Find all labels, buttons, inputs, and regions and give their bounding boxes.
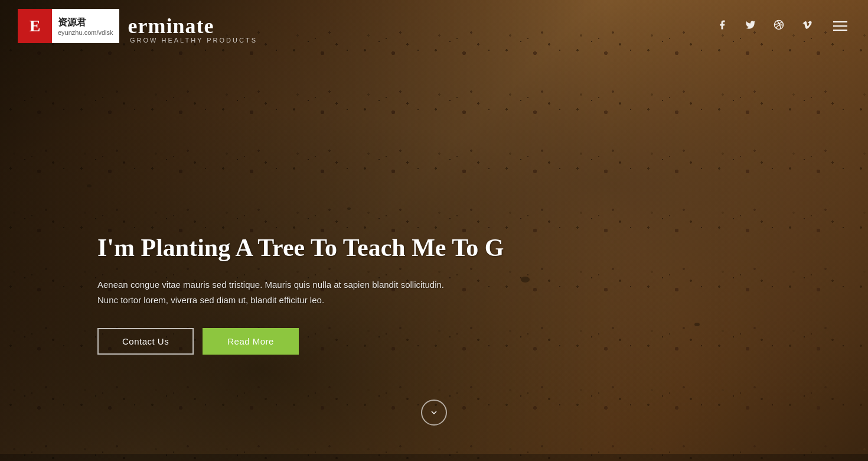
logo-url: eyunzhu.com/vdisk <box>58 29 113 36</box>
dribbble-icon[interactable] <box>774 20 784 33</box>
brand-name: erminate <box>128 14 214 38</box>
logo-badge: E <box>18 9 52 43</box>
menu-line-3 <box>833 30 847 31</box>
contact-us-button[interactable]: Contact Us <box>97 328 194 355</box>
read-more-button[interactable]: Read More <box>203 328 299 355</box>
hero-description: Aenean congue vitae mauris sed tristique… <box>97 277 452 307</box>
hero-buttons: Contact Us Read More <box>97 328 504 355</box>
facebook-icon[interactable] <box>717 20 727 33</box>
hero-overlay <box>0 0 868 461</box>
hero-section: E 资源君 eyunzhu.com/vdisk erminate Grow He… <box>0 0 868 461</box>
menu-line-1 <box>833 21 847 22</box>
scroll-down-button[interactable] <box>421 400 447 426</box>
hero-title: I'm Planting A Tree To Teach Me To G <box>97 233 504 262</box>
vimeo-icon[interactable] <box>802 20 812 33</box>
navbar: E 资源君 eyunzhu.com/vdisk erminate Grow He… <box>0 0 868 52</box>
menu-button[interactable] <box>830 18 850 34</box>
logo-text-block: 资源君 eyunzhu.com/vdisk <box>52 9 119 43</box>
menu-line-2 <box>833 25 847 27</box>
nav-icons <box>717 18 850 34</box>
chevron-down-icon <box>429 408 439 417</box>
hero-content: I'm Planting A Tree To Teach Me To G Aen… <box>97 233 504 355</box>
twitter-icon[interactable] <box>745 20 756 33</box>
bottom-strip <box>0 454 868 461</box>
brand-tagline: Grow Healthy Products <box>130 37 257 44</box>
logo-chinese: 资源君 <box>58 17 113 29</box>
